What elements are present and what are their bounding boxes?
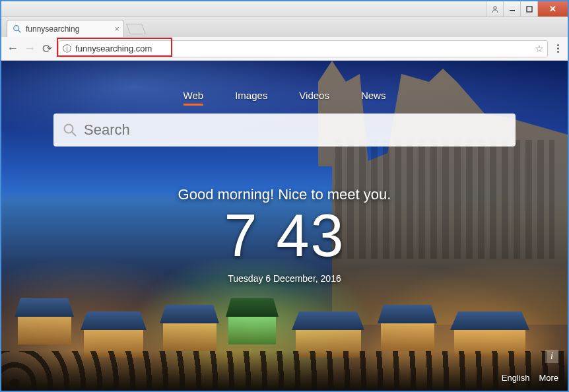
tab-news[interactable]: News [361,90,386,106]
new-tab-button[interactable] [126,24,146,34]
background-info-button[interactable]: i [545,350,558,363]
nav-back-button[interactable]: ← [7,42,18,55]
maximize-icon [526,6,533,13]
svg-rect-1 [510,10,515,11]
more-link[interactable]: More [539,373,558,383]
favicon-search-icon [13,24,22,34]
greeting-block: Good morning! Nice to meet you. 7 43 Tue… [1,186,568,284]
clock-time: 7 43 [1,206,568,265]
page-content: Web Images Videos News Good morning! Nic… [1,61,568,391]
nav-forward-button[interactable]: → [24,42,36,55]
search-panel: Web Images Videos News [1,90,568,147]
window-titlebar: ✕ [1,1,568,17]
svg-line-4 [18,30,21,32]
greeting-text: Good morning! Nice to meet you. [1,186,568,203]
tab-web[interactable]: Web [184,90,204,106]
info-icon: i [551,351,553,362]
address-bar[interactable]: ⓘ funnysearching.com ☆ [58,40,548,57]
footer-links: English More [502,373,558,383]
svg-rect-2 [527,7,532,12]
window-close-button[interactable]: ✕ [537,1,568,16]
window-minimize-button[interactable] [503,1,520,16]
url-text: funnysearching.com [75,44,152,53]
browser-tabstrip: funnysearching × [1,17,568,37]
svg-point-0 [493,6,496,9]
nav-reload-button[interactable]: ⟳ [41,42,53,56]
browser-toolbar: ← → ⟳ ⓘ funnysearching.com ☆ [1,37,568,61]
close-icon: ✕ [549,4,556,14]
bookmark-star-icon[interactable]: ☆ [535,43,543,55]
tab-images[interactable]: Images [235,90,267,106]
tab-title: funnysearching [26,24,79,34]
search-box[interactable] [53,114,516,147]
site-info-icon[interactable]: ⓘ [63,43,71,55]
tab-videos[interactable]: Videos [299,90,329,106]
search-input[interactable] [84,121,506,139]
search-icon [63,123,77,137]
browser-menu-button[interactable] [553,44,562,53]
date-text: Tuesday 6 December, 2016 [1,273,568,284]
svg-point-3 [14,25,19,30]
svg-line-6 [72,132,76,136]
user-icon [491,5,499,13]
language-link[interactable]: English [502,373,530,383]
search-category-tabs: Web Images Videos News [184,90,386,106]
window-maximize-button[interactable] [520,1,537,16]
window-user-button[interactable] [486,1,503,16]
svg-point-5 [65,125,73,133]
tab-close-button[interactable]: × [114,24,119,34]
minimize-icon [509,6,516,13]
browser-tab[interactable]: funnysearching × [7,20,124,37]
